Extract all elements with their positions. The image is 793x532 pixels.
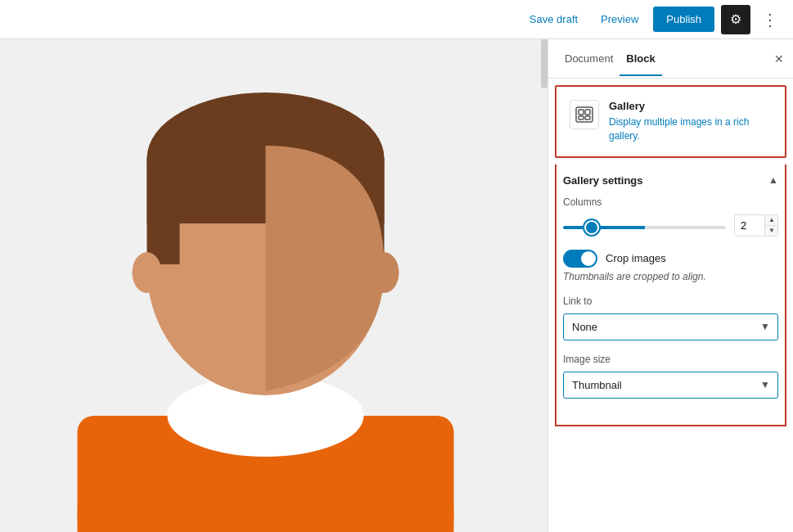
number-spinners: ▲ ▼ — [764, 215, 778, 236]
settings-button[interactable]: ⚙ — [721, 5, 750, 34]
svg-rect-13 — [579, 110, 583, 115]
image-size-select[interactable]: Thumbnail Medium Large Full Size — [563, 372, 778, 399]
crop-hint: Thumbnails are cropped to align. — [563, 271, 778, 282]
columns-label: Columns — [563, 196, 778, 208]
character-illustration — [0, 39, 547, 532]
block-title: Gallery — [609, 100, 772, 112]
link-to-select-wrapper: None Media File Attachment Page ▼ — [563, 313, 778, 340]
svg-rect-14 — [585, 110, 590, 115]
svg-point-11 — [370, 252, 399, 293]
canvas-area — [0, 39, 547, 532]
toggle-knob — [581, 251, 596, 266]
preview-button[interactable]: Preview — [592, 8, 647, 30]
columns-number-input[interactable]: 2 — [735, 216, 764, 235]
sidebar-panel: Document Block × Gallery Display multipl… — [547, 39, 793, 532]
image-size-label: Image size — [563, 354, 778, 365]
columns-row: 2 ▲ ▼ — [563, 214, 778, 237]
block-description: Display multiple images in a rich galler… — [609, 115, 772, 143]
sidebar-header: Document Block × — [548, 39, 793, 79]
toolbar: Save draft Preview Publish ⚙ ⋮ — [0, 0, 793, 39]
more-options-button[interactable]: ⋮ — [757, 7, 783, 33]
publish-button[interactable]: Publish — [653, 7, 714, 32]
gear-icon: ⚙ — [730, 11, 741, 27]
tab-document[interactable]: Document — [558, 43, 620, 76]
columns-number-input-wrapper: 2 ▲ ▼ — [734, 214, 778, 237]
spinner-down-button[interactable]: ▼ — [765, 226, 778, 236]
image-size-field: Image size Thumbnail Medium Large Full S… — [563, 354, 778, 399]
svg-rect-15 — [579, 116, 583, 119]
crop-images-row: Crop images — [563, 250, 778, 268]
main-area: Document Block × Gallery Display multipl… — [0, 39, 793, 532]
scroll-track[interactable] — [541, 39, 547, 532]
block-info-text: Gallery Display multiple images in a ric… — [609, 100, 772, 143]
columns-slider[interactable] — [563, 226, 726, 229]
columns-field: Columns 2 ▲ ▼ — [563, 196, 778, 237]
link-to-select[interactable]: None Media File Attachment Page — [563, 313, 778, 340]
gallery-settings-header[interactable]: Gallery settings ▲ — [563, 165, 778, 196]
close-sidebar-button[interactable]: × — [774, 52, 783, 66]
gallery-settings-title: Gallery settings — [563, 174, 643, 187]
svg-rect-16 — [585, 116, 590, 119]
crop-images-toggle[interactable] — [563, 250, 597, 268]
crop-images-label: Crop images — [606, 252, 666, 264]
link-to-field: Link to None Media File Attachment Page … — [563, 295, 778, 340]
block-icon — [570, 100, 599, 129]
link-to-label: Link to — [563, 295, 778, 307]
tab-block[interactable]: Block — [620, 43, 661, 76]
svg-point-10 — [133, 252, 162, 293]
gallery-settings-section: Gallery settings ▲ Columns 2 ▲ ▼ — [555, 165, 786, 426]
slider-wrapper — [563, 218, 726, 232]
image-size-select-wrapper: Thumbnail Medium Large Full Size ▼ — [563, 372, 778, 399]
more-icon: ⋮ — [762, 11, 778, 29]
scroll-thumb[interactable] — [541, 39, 547, 88]
block-info: Gallery Display multiple images in a ric… — [555, 85, 786, 158]
svg-rect-8 — [147, 158, 180, 264]
save-draft-button[interactable]: Save draft — [521, 8, 586, 30]
spinner-up-button[interactable]: ▲ — [765, 215, 778, 226]
chevron-up-icon: ▲ — [768, 174, 778, 186]
